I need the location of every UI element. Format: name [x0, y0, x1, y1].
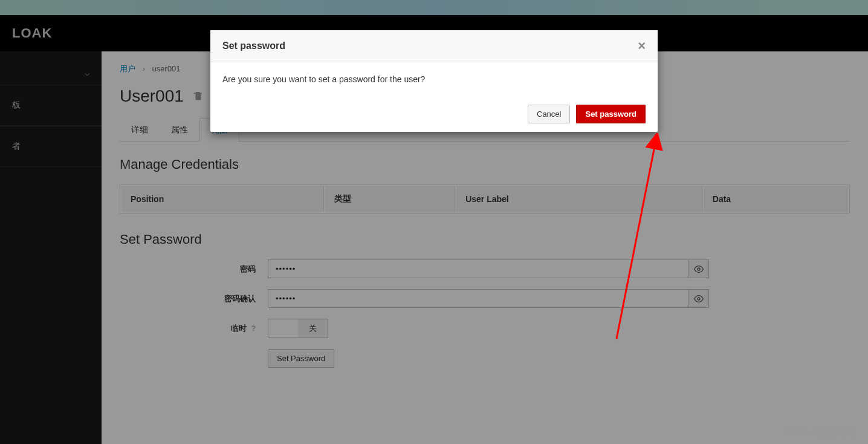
modal-header: Set password ×: [210, 30, 658, 62]
modal-body: Are you sure you want to set a password …: [210, 62, 658, 96]
watermark: CSDN @桃子给给: [787, 427, 856, 438]
modal-footer: Cancel Set password: [210, 96, 658, 132]
modal-title: Set password: [222, 41, 285, 51]
set-password-modal: Set password × Are you sure you want to …: [210, 30, 658, 132]
confirm-set-password-button[interactable]: Set password: [576, 105, 646, 123]
close-icon[interactable]: ×: [638, 39, 646, 53]
modal-message: Are you sure you want to set a password …: [222, 74, 425, 84]
cancel-button[interactable]: Cancel: [528, 105, 570, 123]
